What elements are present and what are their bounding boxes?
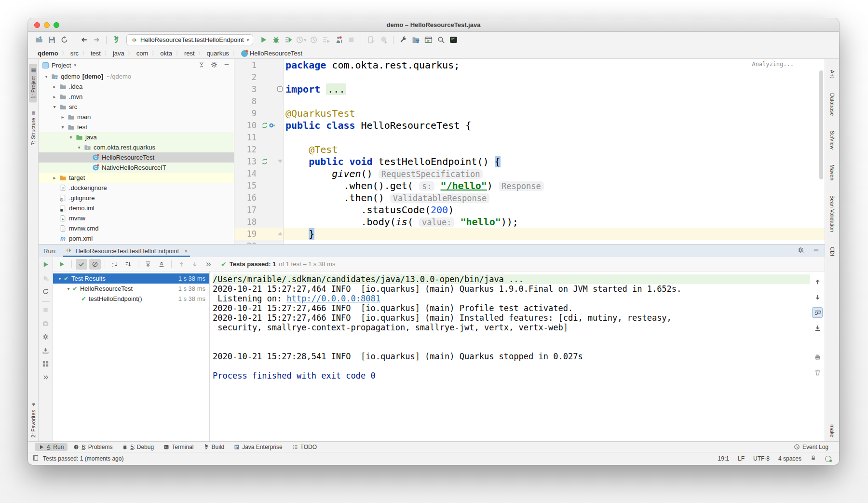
- sidebar-tab-database[interactable]: Database: [828, 87, 836, 120]
- fold-region-start-icon[interactable]: [278, 160, 283, 163]
- editor-line[interactable]: 17 .statusCode(200): [234, 204, 825, 216]
- tree-chevron-icon[interactable]: ▾: [65, 286, 72, 291]
- test-settings-button[interactable]: [42, 333, 49, 342]
- run-button[interactable]: [257, 34, 270, 46]
- stop-button[interactable]: [345, 34, 357, 46]
- hide-panel-icon[interactable]: [223, 61, 230, 69]
- test-tree-item[interactable]: ✔testHelloEndpoint()1 s 38 ms: [53, 294, 209, 304]
- project-tree-item[interactable]: ▸.mvn: [39, 92, 234, 102]
- project-tree-item[interactable]: CNativeHelloResourceIT: [39, 163, 234, 173]
- dark-app-button[interactable]: [447, 34, 460, 46]
- project-tree-item[interactable]: .gitignore: [39, 193, 234, 203]
- show-ignored-button[interactable]: [89, 259, 101, 270]
- breadcrumb-item[interactable]: okta: [159, 50, 173, 57]
- project-tree-item[interactable]: ▸main: [39, 112, 234, 122]
- lock-icon[interactable]: [810, 455, 816, 462]
- sidebar-tab-bean-validation[interactable]: Bean Validation: [828, 189, 836, 236]
- implementations-gutter-icon[interactable]: [269, 122, 275, 129]
- tree-chevron-icon[interactable]: ▸: [59, 114, 67, 120]
- editor-line[interactable]: 18 .body(is( value: "hello"));: [234, 216, 825, 228]
- gear-icon[interactable]: [211, 61, 217, 69]
- status-message[interactable]: Tests passed: 1 (moments ago): [43, 455, 123, 462]
- rerun-button[interactable]: [42, 261, 49, 270]
- back-button[interactable]: [78, 34, 90, 46]
- fold-expand-icon[interactable]: +: [277, 86, 283, 92]
- tree-chevron-icon[interactable]: ▾: [59, 124, 67, 130]
- editor-line[interactable]: 8: [234, 95, 825, 107]
- run-settings-gear-icon[interactable]: [798, 246, 805, 255]
- tool-window-tab-todo[interactable]: TODO: [288, 443, 321, 451]
- project-tree-item[interactable]: demo.iml: [39, 203, 234, 213]
- run-targets-button[interactable]: [320, 34, 332, 46]
- tree-chevron-icon[interactable]: ▾: [67, 135, 75, 140]
- caret-position[interactable]: 19:1: [718, 455, 729, 462]
- editor-line[interactable]: 2: [234, 71, 825, 83]
- tree-chevron-icon[interactable]: ▸: [51, 84, 58, 89]
- editor-line[interactable]: 11: [234, 131, 825, 143]
- editor-line[interactable]: 12 @Test: [234, 143, 825, 155]
- scroll-up-button[interactable]: [812, 276, 823, 287]
- editor-line[interactable]: 14 given() RequestSpecification: [234, 167, 825, 179]
- tree-chevron-icon[interactable]: ▾: [51, 104, 58, 109]
- collapse-all-icon[interactable]: [198, 61, 205, 69]
- sidebar-tab-sciview[interactable]: SciView: [828, 124, 836, 153]
- build-button[interactable]: [110, 34, 122, 46]
- editor-line[interactable]: 19 }: [234, 228, 825, 240]
- tool-window-tab-terminal[interactable]: Terminal: [160, 443, 197, 451]
- more-options-button[interactable]: [42, 374, 49, 383]
- clear-all-button[interactable]: [812, 367, 823, 378]
- run-test-gutter-icon[interactable]: [261, 122, 268, 129]
- save-all-button[interactable]: [45, 34, 58, 46]
- fold-region-end-icon[interactable]: [278, 232, 283, 235]
- breadcrumb-item[interactable]: qdemo: [37, 50, 59, 57]
- more-toolbar-button[interactable]: [203, 259, 214, 270]
- run-configuration-selector[interactable]: HelloResourceTest.testHelloEndpoint▾: [126, 34, 253, 45]
- collapse-all-button[interactable]: [156, 259, 167, 270]
- screenshot-button[interactable]: [42, 320, 49, 329]
- editor-line[interactable]: 1package com.okta.rest.quarkus;: [234, 59, 825, 71]
- device-button[interactable]: [365, 34, 377, 46]
- rerun-tests-button[interactable]: [56, 259, 68, 270]
- project-tree-item[interactable]: mvnw: [39, 213, 234, 223]
- tool-window-tab-java-enterprise[interactable]: Java Enterprise: [230, 443, 286, 451]
- open-project-button[interactable]: [33, 34, 45, 46]
- sidebar-tab-maven[interactable]: mMaven: [828, 158, 836, 184]
- print-button[interactable]: [812, 352, 823, 362]
- sidebar-tab-structure[interactable]: 7: Structure ≋: [29, 107, 37, 149]
- tool-window-switcher-icon[interactable]: [33, 455, 39, 462]
- project-tree-item[interactable]: CHelloResourceTest: [39, 152, 234, 163]
- rerun-failed-tests-button[interactable]: [42, 274, 49, 284]
- line-separator[interactable]: LF: [738, 455, 745, 462]
- breadcrumb-item[interactable]: HelloResourceTest: [240, 50, 303, 57]
- chevron-down-icon[interactable]: ▾: [74, 63, 76, 68]
- project-tree-item[interactable]: mvnw.cmd: [39, 223, 234, 233]
- breadcrumb-item[interactable]: rest: [183, 50, 196, 57]
- expand-all-button[interactable]: [142, 259, 154, 270]
- show-passed-button[interactable]: [76, 259, 87, 270]
- breadcrumb-item[interactable]: quarkus: [206, 50, 230, 57]
- tool-window-tab-6-problems[interactable]: 6: Problems: [69, 443, 116, 451]
- test-tree-item[interactable]: ▾✔HelloResourceTest1 s 38 ms: [53, 284, 209, 294]
- editor-line[interactable]: 3+import ...: [234, 83, 825, 95]
- project-tree-item[interactable]: ▾test: [39, 122, 234, 132]
- project-tree-item[interactable]: ▾src: [39, 102, 234, 112]
- breadcrumb-item[interactable]: java: [112, 50, 125, 57]
- editor-line[interactable]: 15 .when().get( s: "/hello") Response: [234, 179, 825, 191]
- run-test-gutter-icon[interactable]: [261, 158, 268, 165]
- console-link[interactable]: http://0.0.0.0:8081: [287, 294, 380, 303]
- soft-wrap-button[interactable]: [812, 307, 823, 318]
- sidebar-tab-make[interactable]: make: [828, 418, 836, 441]
- project-tree-item[interactable]: ▾qdemo[demo]~/qdemo: [39, 71, 234, 82]
- profiler-secondary-button[interactable]: [307, 34, 320, 46]
- scroll-to-end-button[interactable]: [812, 323, 823, 333]
- package-button[interactable]: [377, 34, 390, 46]
- sort-by-duration-button[interactable]: [122, 259, 134, 270]
- profiler-button[interactable]: ▾: [295, 34, 307, 46]
- import-test-results-button[interactable]: [42, 347, 49, 356]
- tool-window-tab-5-debug[interactable]: 5: Debug: [118, 443, 158, 451]
- run-with-coverage-button[interactable]: [282, 34, 295, 46]
- stop-button[interactable]: [42, 306, 49, 315]
- project-tree-item[interactable]: ▸target: [39, 173, 234, 183]
- tree-chevron-icon[interactable]: ▾: [56, 276, 64, 281]
- editor-line[interactable]: 13 public void testHelloEndpoint() {: [234, 155, 825, 167]
